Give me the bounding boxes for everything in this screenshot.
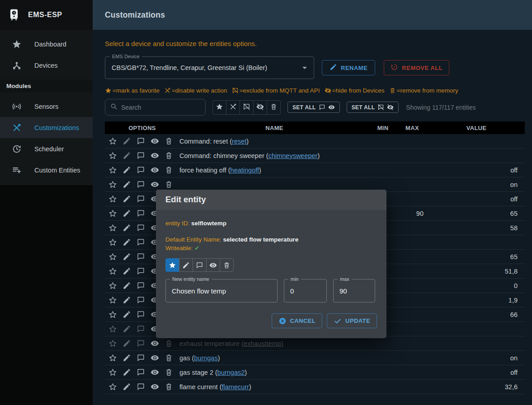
pencil-icon[interactable] [122,310,131,319]
entity-shortname-link[interactable]: flamecurr [221,383,249,391]
trash-icon[interactable] [165,382,173,391]
update-button[interactable]: UPDATE [327,313,377,328]
ems-device-select[interactable]: EMS Device CBS/GB*72, Trendline, Cerapur… [105,56,314,79]
favorite-star-icon[interactable] [108,281,117,290]
eye-icon[interactable] [151,382,159,391]
eye-icon[interactable] [151,180,159,189]
pencil-icon[interactable] [122,296,131,304]
trash-icon[interactable] [165,166,173,174]
favorite-star-icon[interactable] [108,209,117,218]
comment-icon[interactable] [137,296,145,304]
favorite-star-icon[interactable] [108,180,117,189]
favorite-star-icon[interactable] [108,267,117,275]
trash-icon[interactable] [165,151,173,160]
pencil-icon[interactable] [122,339,131,348]
dialog-comment-toggle[interactable] [193,258,207,272]
favorite-star-icon[interactable] [108,368,117,377]
comment-icon[interactable] [137,382,145,391]
filter-star-button[interactable] [212,100,226,115]
pencil-icon[interactable] [122,151,131,160]
favorite-star-icon[interactable] [108,151,117,160]
pencil-icon[interactable] [122,223,131,232]
pencil-icon[interactable] [122,180,131,189]
favorite-star-icon[interactable] [108,137,117,145]
max-input[interactable] [339,287,369,295]
comment-icon[interactable] [137,368,145,377]
comment-icon[interactable] [137,238,145,247]
dialog-eye-toggle[interactable] [206,258,220,272]
pencil-icon[interactable] [122,195,131,203]
favorite-star-icon[interactable] [108,310,117,319]
favorite-star-icon[interactable] [108,238,117,247]
eye-icon[interactable] [151,151,159,160]
favorite-star-icon[interactable] [108,166,117,174]
pencil-icon[interactable] [122,238,131,247]
dialog-star-toggle[interactable] [165,258,179,272]
comment-icon[interactable] [137,339,145,348]
favorite-star-icon[interactable] [108,354,117,362]
set-all-button-2[interactable]: SET ALL [347,102,399,113]
favorite-star-icon[interactable] [108,223,117,232]
comment-icon[interactable] [137,180,145,189]
comment-icon[interactable] [137,354,145,362]
sidebar-item-customizations[interactable]: Customizations [0,117,93,138]
cancel-button[interactable]: CANCEL [272,313,323,328]
set-all-button-1[interactable]: SET ALL [287,102,340,113]
trash-icon[interactable] [165,354,173,362]
pencil-icon[interactable] [122,267,131,275]
comment-icon[interactable] [137,151,145,160]
pencil-icon[interactable] [122,252,131,261]
entity-shortname-link[interactable]: exhausttemp [244,340,281,347]
trash-icon[interactable] [165,180,173,189]
sidebar-item-scheduler[interactable]: Scheduler [0,138,93,159]
comment-icon[interactable] [137,325,145,333]
trash-icon[interactable] [165,137,173,145]
pencil-icon[interactable] [122,209,131,218]
eye-icon[interactable] [151,137,159,145]
favorite-star-icon[interactable] [108,252,117,261]
entity-shortname-link[interactable]: burngas2 [217,369,245,376]
comment-icon[interactable] [137,252,145,261]
comment-icon[interactable] [137,267,145,275]
eye-icon[interactable] [151,368,159,377]
sidebar-item-dashboard[interactable]: Dashboard [0,33,93,55]
pencil-icon[interactable] [122,281,131,290]
dialog-pencil-toggle[interactable] [179,258,193,272]
comment-icon[interactable] [137,195,145,203]
filter-comment-off-button[interactable] [240,100,254,115]
pencil-icon[interactable] [122,137,131,145]
filter-trash-button[interactable] [267,100,281,115]
sidebar-item-custom-entities[interactable]: Custom Entities [0,159,93,181]
pencil-icon[interactable] [122,166,131,174]
comment-icon[interactable] [137,223,145,232]
min-input[interactable] [290,287,320,295]
sidebar-item-sensors[interactable]: Sensors [0,96,93,117]
eye-icon[interactable] [151,339,159,348]
rename-button[interactable]: RENAME [322,60,375,75]
comment-icon[interactable] [137,281,145,290]
eye-icon[interactable] [151,354,159,362]
comment-icon[interactable] [137,310,145,319]
filter-tools-button[interactable] [226,100,240,115]
entity-shortname-link[interactable]: reset [232,138,246,145]
comment-icon[interactable] [137,166,145,174]
sidebar-item-devices[interactable]: Devices [0,55,93,76]
trash-icon[interactable] [165,368,173,377]
pencil-icon[interactable] [122,325,131,333]
favorite-star-icon[interactable] [108,382,117,391]
eye-icon[interactable] [151,166,159,174]
remove-all-button[interactable]: REMOVE ALL [384,60,449,75]
comment-icon[interactable] [137,137,145,145]
search-input[interactable] [121,104,201,111]
entity-shortname-link[interactable]: heatingoff [231,167,259,174]
favorite-star-icon[interactable] [108,339,117,348]
entity-shortname-link[interactable]: burngas [194,354,217,362]
favorite-star-icon[interactable] [108,325,117,333]
entity-shortname-link[interactable]: chimneysweeper [268,152,318,159]
favorite-star-icon[interactable] [108,195,117,203]
trash-icon[interactable] [165,339,173,348]
pencil-icon[interactable] [122,368,131,377]
comment-icon[interactable] [137,209,145,218]
favorite-star-icon[interactable] [108,296,117,304]
dialog-trash-toggle[interactable] [220,258,234,272]
